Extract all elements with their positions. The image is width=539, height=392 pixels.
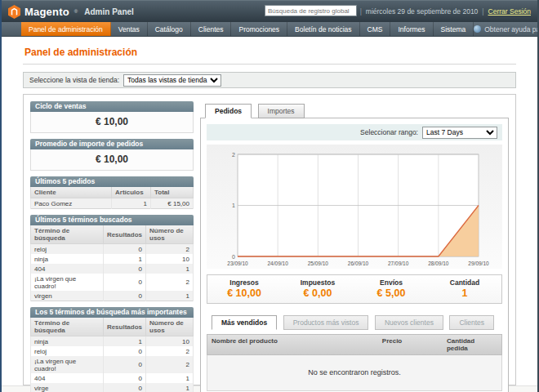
total-revenue: Ingresos € 10,00 xyxy=(207,278,281,299)
svg-text:24/09/10: 24/09/10 xyxy=(268,261,289,266)
total-label: Cantidad xyxy=(428,278,501,287)
separator: | xyxy=(482,7,483,16)
cell-term: 404 xyxy=(31,373,104,383)
tab-amounts[interactable]: Importes xyxy=(258,104,305,118)
orders-chart: 01223/09/1024/09/1025/09/1026/09/1027/09… xyxy=(207,145,502,269)
column-header: Número de usos xyxy=(146,225,194,244)
lifetime-sales-panel: Ciclo de ventas € 10,00 xyxy=(30,101,194,133)
tab-new-customers[interactable]: Nuevos clientes xyxy=(375,315,443,330)
bestsellers-grid: Nombre del producto Precio Cantidad pedi… xyxy=(207,334,502,391)
total-value: 1 xyxy=(428,287,501,299)
global-search-input[interactable] xyxy=(265,5,357,16)
cell-term: ¡La virgen que cuadro! xyxy=(31,274,104,291)
cell-term: ninja xyxy=(31,254,104,264)
magento-logo-icon xyxy=(8,5,20,19)
total-quantity: Cantidad 1 xyxy=(428,278,501,299)
last-search-terms-panel: Últimos 5 términos buscados Término de b… xyxy=(30,215,194,301)
top-search-terms-table: Término de búsqueda Resultados Número de… xyxy=(30,318,194,392)
logout-link[interactable]: Cerrar Sesión xyxy=(488,7,531,16)
range-select[interactable]: Last 7 Days xyxy=(422,127,497,139)
cell-term: virge xyxy=(31,383,104,392)
grid-header: Nombre del producto Precio Cantidad pedi… xyxy=(207,334,502,355)
top-search-terms-title: Los 5 términos de búsqueda más important… xyxy=(30,307,194,318)
cell-customer: Paco Gomez xyxy=(31,198,112,209)
table-row[interactable]: ninja 1 10 xyxy=(31,336,194,347)
total-shipping: Envíos € 5,00 xyxy=(354,278,428,299)
total-label: Ingresos xyxy=(207,278,281,287)
dashboard-container: Ciclo de ventas € 10,00 Promedio de impo… xyxy=(23,94,516,385)
chart-range-toolbar: Seleccionar rango: Last 7 Days xyxy=(207,124,502,140)
cell-uses: 1 xyxy=(146,383,194,392)
total-value: € 5,00 xyxy=(354,287,428,299)
table-row[interactable]: virgen 0 1 xyxy=(31,291,194,301)
column-header: Término de búsqueda xyxy=(31,225,104,244)
svg-text:26/09/10: 26/09/10 xyxy=(348,261,369,266)
table-row[interactable]: reloj 0 2 xyxy=(31,244,194,255)
tab-most-viewed[interactable]: Productos más vistos xyxy=(283,315,369,330)
table-row[interactable]: 404 0 1 xyxy=(31,373,194,383)
cell-items: 1 xyxy=(112,198,151,209)
total-label: Impuestos xyxy=(281,278,354,287)
lifetime-sales-value: € 10,00 xyxy=(30,112,194,133)
orders-tab-panel: Seleccionar rango: Last 7 Days 01223/09/… xyxy=(200,118,509,392)
cell-term: reloj xyxy=(31,346,104,356)
column-header: Precio xyxy=(378,335,443,354)
column-header: Número de usos xyxy=(146,318,194,336)
last-orders-title: Últimos 5 pedidos xyxy=(30,176,194,187)
nav-reports[interactable]: Informes xyxy=(390,22,433,36)
registered-mark: ® xyxy=(74,9,78,14)
nav-system[interactable]: Sistema xyxy=(434,22,474,36)
lifetime-sales-title: Ciclo de ventas xyxy=(30,101,194,112)
svg-text:29/09/10: 29/09/10 xyxy=(468,261,489,266)
table-row[interactable]: virge 0 1 xyxy=(31,383,194,392)
tab-customers[interactable]: Clientes xyxy=(449,315,494,330)
last-orders-table: Cliente Artículos Total Paco Gomez 1 € 1… xyxy=(30,187,194,209)
svg-text:0: 0 xyxy=(232,254,235,260)
nav-dashboard[interactable]: Panel de administración xyxy=(21,22,111,36)
svg-text:23/09/10: 23/09/10 xyxy=(227,261,248,266)
cell-total: € 15,00 xyxy=(151,198,194,209)
table-row[interactable]: ninja 1 10 xyxy=(31,254,194,264)
average-orders-title: Promedio de importe de pedidos xyxy=(30,139,194,149)
nav-cms[interactable]: CMS xyxy=(360,22,391,36)
store-switcher-bar: Seleccione la vista de tienda: Todas las… xyxy=(23,72,516,88)
cell-uses: 10 xyxy=(146,254,194,264)
table-row[interactable]: ¡La virgen que cuadro! 0 2 xyxy=(31,356,194,373)
cell-uses: 1 xyxy=(146,291,194,301)
table-row[interactable]: reloj 0 2 xyxy=(31,346,194,356)
table-row[interactable]: ¡La virgen que cuadro! 0 2 xyxy=(31,274,194,291)
tab-bestsellers[interactable]: Más vendidos xyxy=(212,315,277,330)
total-tax: Impuestos € 0,00 xyxy=(281,278,354,299)
cell-results: 0 xyxy=(103,244,145,255)
grid-empty-message: No se encontraron registros. xyxy=(207,355,502,391)
cell-results: 0 xyxy=(103,274,145,291)
page-help-link[interactable]: Obtener ayuda para esta página xyxy=(474,22,539,36)
dashboard-main: Pedidos Importes Seleccionar rango: Last… xyxy=(200,101,509,378)
cell-results: 0 xyxy=(103,356,145,373)
nav-sales[interactable]: Ventas xyxy=(111,22,148,36)
table-row[interactable]: 404 0 1 xyxy=(31,264,194,274)
cell-results: 0 xyxy=(103,291,145,301)
cell-results: 1 xyxy=(103,336,145,347)
current-date: miércoles 29 de septiembre de 2010 xyxy=(366,7,479,16)
svg-text:28/09/10: 28/09/10 xyxy=(428,261,449,266)
cell-uses: 2 xyxy=(146,274,194,291)
nav-promotions[interactable]: Promociones xyxy=(231,22,287,36)
cell-uses: 10 xyxy=(146,336,194,347)
column-header: Total xyxy=(151,187,194,198)
main-navigation: Panel de administración Ventas Catálogo … xyxy=(2,22,537,37)
tab-orders[interactable]: Pedidos xyxy=(205,104,252,118)
cell-results: 0 xyxy=(103,383,145,392)
table-row[interactable]: Paco Gomez 1 € 15,00 xyxy=(31,198,194,209)
nav-newsletter[interactable]: Boletín de noticias xyxy=(287,22,359,36)
nav-catalog[interactable]: Catálogo xyxy=(148,22,191,36)
column-header: Término de búsqueda xyxy=(31,318,104,336)
cell-term: ninja xyxy=(31,336,104,347)
dashboard-sidebar: Ciclo de ventas € 10,00 Promedio de impo… xyxy=(30,101,194,378)
cell-uses: 2 xyxy=(146,244,194,255)
cell-term: 404 xyxy=(31,264,104,274)
cell-term: reloj xyxy=(31,244,104,255)
column-header: Nombre del producto xyxy=(207,335,378,354)
store-view-select[interactable]: Todas las vistas de tienda xyxy=(123,74,221,87)
nav-customers[interactable]: Clientes xyxy=(191,22,232,36)
